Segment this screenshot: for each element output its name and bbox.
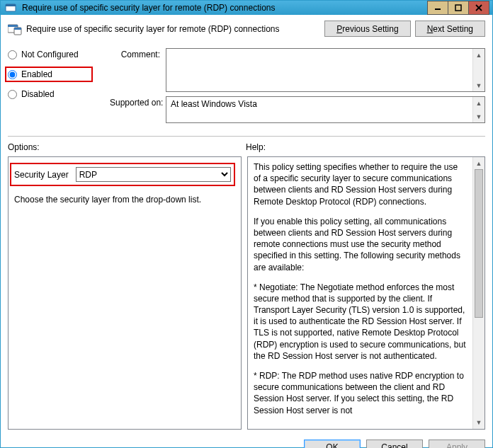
policy-dialog: Require use of specific security layer f… xyxy=(0,0,493,448)
security-layer-row: Security Layer RDP xyxy=(10,163,235,186)
header-row: Require use of specific security layer f… xyxy=(8,21,485,44)
window-title: Require use of specific security layer f… xyxy=(21,3,428,13)
policy-icon xyxy=(8,22,22,36)
help-text: This policy setting specifies whether to… xyxy=(248,157,472,429)
divider xyxy=(8,136,485,137)
help-paragraph: This policy setting specifies whether to… xyxy=(254,161,467,207)
panel-labels: Options: Help: xyxy=(8,142,485,152)
titlebar: Require use of specific security layer f… xyxy=(1,1,492,15)
cancel-button[interactable]: Cancel xyxy=(366,440,423,448)
comment-textbox[interactable]: ▲ ▼ xyxy=(166,48,485,92)
help-label: Help: xyxy=(246,142,485,152)
scroll-up-icon[interactable]: ▲ xyxy=(473,49,484,61)
svg-rect-9 xyxy=(14,28,21,30)
svg-rect-3 xyxy=(455,5,461,11)
scroll-track[interactable] xyxy=(473,169,484,417)
maximize-button[interactable] xyxy=(448,1,469,15)
radio-not-configured[interactable]: Not Configured xyxy=(8,50,107,59)
ok-button[interactable]: OK xyxy=(304,440,361,448)
svg-rect-1 xyxy=(6,4,16,6)
radio-disabled-label: Disabled xyxy=(21,89,55,99)
options-panel: Security Layer RDP Choose the security l… xyxy=(8,156,242,430)
security-layer-select[interactable]: RDP xyxy=(76,167,231,182)
scroll-down-icon[interactable]: ▼ xyxy=(473,79,484,91)
help-panel: This policy setting specifies whether to… xyxy=(247,156,485,430)
close-button[interactable] xyxy=(468,1,489,15)
supported-textbox: At least Windows Vista ▲ ▼ xyxy=(166,96,485,123)
state-area: Not Configured Enabled Disabled Comment: xyxy=(8,48,485,127)
window-controls xyxy=(428,1,489,15)
radio-enabled-label: Enabled xyxy=(21,69,52,79)
supported-scrollbar[interactable]: ▲ ▼ xyxy=(472,97,484,122)
panels: Security Layer RDP Choose the security l… xyxy=(8,156,485,430)
previous-setting-button[interactable]: Previous Setting xyxy=(324,21,410,37)
help-paragraph: * RDP: The RDP method uses native RDP en… xyxy=(254,370,467,416)
radio-enabled-input[interactable] xyxy=(8,70,17,79)
radio-not-configured-label: Not Configured xyxy=(21,50,79,59)
radio-enabled[interactable]: Enabled xyxy=(8,69,89,79)
radio-not-configured-input[interactable] xyxy=(8,50,17,59)
scroll-up-icon[interactable]: ▲ xyxy=(473,157,484,169)
minimize-button[interactable] xyxy=(427,1,448,15)
scroll-down-icon[interactable]: ▼ xyxy=(473,417,484,429)
options-label: Options: xyxy=(8,142,246,152)
supported-value: At least Windows Vista xyxy=(166,97,472,122)
dialog-buttons: OK Cancel Apply xyxy=(8,434,485,448)
radio-disabled[interactable]: Disabled xyxy=(8,89,107,99)
supported-label: Supported on: xyxy=(110,96,163,108)
scroll-down-icon[interactable]: ▼ xyxy=(473,110,484,122)
svg-rect-7 xyxy=(8,25,18,27)
app-icon xyxy=(1,2,21,13)
help-paragraph: If you enable this policy setting, all c… xyxy=(254,216,467,273)
next-setting-button[interactable]: Next Setting xyxy=(415,21,485,37)
apply-button[interactable]: Apply xyxy=(429,440,485,448)
help-scrollbar[interactable]: ▲ ▼ xyxy=(472,157,484,429)
scroll-up-icon[interactable]: ▲ xyxy=(473,97,484,109)
scroll-thumb[interactable] xyxy=(475,169,483,318)
header-title: Require use of specific security layer f… xyxy=(26,24,320,34)
radio-disabled-input[interactable] xyxy=(8,90,17,99)
comment-label: Comment: xyxy=(110,48,163,59)
options-hint: Choose the security layer from the drop-… xyxy=(14,195,235,205)
comment-scrollbar[interactable]: ▲ ▼ xyxy=(472,49,484,91)
help-paragraph: * Negotiate: The Negotiate method enforc… xyxy=(254,282,467,362)
security-layer-label: Security Layer xyxy=(14,170,69,180)
